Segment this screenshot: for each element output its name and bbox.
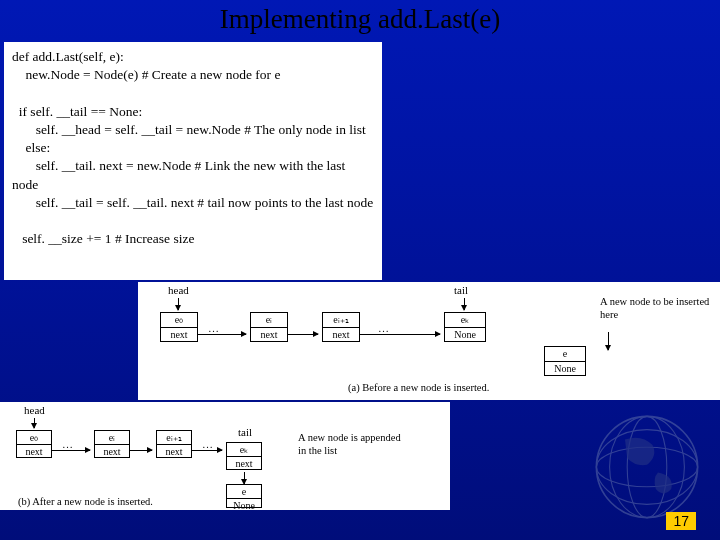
arrow-icon xyxy=(608,332,609,350)
tail-label: tail xyxy=(454,284,468,296)
head-label: head xyxy=(24,404,45,416)
code-line: self. __tail = self. __tail. next # tail… xyxy=(12,194,374,212)
code-line: self. __head = self. __tail = new.Node #… xyxy=(12,121,374,139)
tail-label: tail xyxy=(238,426,252,438)
node-value: e xyxy=(545,347,585,362)
arrow-icon xyxy=(130,450,152,451)
code-line xyxy=(12,84,374,102)
diagram-caption: (a) Before a new node is inserted. xyxy=(348,382,489,393)
svg-point-4 xyxy=(610,416,685,517)
node-value: eᵢ₊₁ xyxy=(157,431,191,445)
arrow-icon xyxy=(34,418,35,428)
node-value: eₖ xyxy=(445,313,485,328)
svg-point-0 xyxy=(596,416,697,517)
node-value: e₀ xyxy=(17,431,51,445)
slide-header: Implementing add.Last(e) xyxy=(0,0,720,40)
node-ei1: eᵢ₊₁ next xyxy=(156,430,192,458)
arrow-icon xyxy=(464,298,465,310)
node-next: next xyxy=(251,328,287,342)
node-next: next xyxy=(157,445,191,458)
node-e0: e₀ next xyxy=(16,430,52,458)
svg-point-3 xyxy=(627,416,667,517)
node-ei: eᵢ next xyxy=(250,312,288,342)
ellipsis-icon: … xyxy=(208,322,221,334)
node-value: eᵢ xyxy=(95,431,129,445)
arrow-icon xyxy=(52,450,90,451)
arrow-icon xyxy=(198,334,246,335)
code-line: def add.Last(self, e): xyxy=(12,48,374,66)
arrow-icon xyxy=(244,472,245,484)
code-line: else: xyxy=(12,139,374,157)
globe-icon xyxy=(592,412,702,522)
annotation-text: A new node is appended in the list xyxy=(298,432,408,457)
node-value: e xyxy=(227,485,261,499)
code-line: if self. __tail == None: xyxy=(12,103,374,121)
arrow-icon xyxy=(178,298,179,310)
code-line: self. __tail. next = new.Node # Link the… xyxy=(12,157,374,193)
node-next: None xyxy=(445,328,485,342)
node-next: next xyxy=(227,457,261,470)
node-ei: eᵢ next xyxy=(94,430,130,458)
node-value: eᵢ xyxy=(251,313,287,328)
node-e0: e₀ next xyxy=(160,312,198,342)
node-next: next xyxy=(161,328,197,342)
ellipsis-icon: … xyxy=(62,438,75,450)
node-next: None xyxy=(545,362,585,376)
node-next: next xyxy=(95,445,129,458)
node-next: next xyxy=(323,328,359,342)
node-next: next xyxy=(17,445,51,458)
node-value: e₀ xyxy=(161,313,197,328)
node-ek: eₖ next xyxy=(226,442,262,470)
arrow-icon xyxy=(192,450,222,451)
diagram-caption: (b) After a new node is inserted. xyxy=(18,496,153,507)
code-line xyxy=(12,212,374,230)
slide-title: Implementing add.Last(e) xyxy=(220,4,500,35)
code-block: def add.Last(self, e): new.Node = Node(e… xyxy=(4,42,382,280)
code-line: self. __size += 1 # Increase size xyxy=(12,230,374,248)
node-new: e None xyxy=(544,346,586,376)
annotation-text: A new node to be inserted here xyxy=(600,296,710,321)
arrow-icon xyxy=(288,334,318,335)
node-ek: eₖ None xyxy=(444,312,486,342)
node-value: eₖ xyxy=(227,443,261,457)
node-new: e None xyxy=(226,484,262,508)
ellipsis-icon: … xyxy=(378,322,391,334)
ellipsis-icon: … xyxy=(202,438,215,450)
diagram-before: head tail e₀ next … eᵢ next eᵢ₊₁ next … … xyxy=(138,282,720,400)
diagram-after: head tail e₀ next … eᵢ next eᵢ₊₁ next … … xyxy=(0,402,450,510)
arrow-icon xyxy=(360,334,440,335)
head-label: head xyxy=(168,284,189,296)
page-number: 17 xyxy=(666,512,696,530)
node-ei1: eᵢ₊₁ next xyxy=(322,312,360,342)
node-next: None xyxy=(227,499,261,512)
code-line: new.Node = Node(e) # Create a new node f… xyxy=(12,66,374,84)
node-value: eᵢ₊₁ xyxy=(323,313,359,328)
